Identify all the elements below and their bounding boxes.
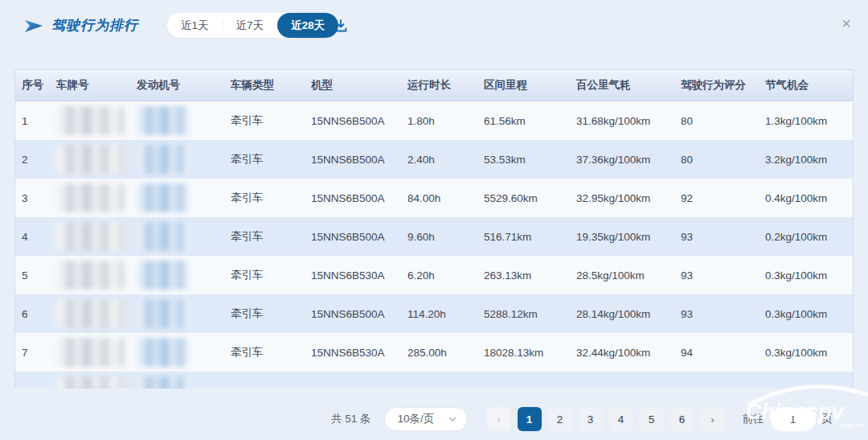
goto-page-input[interactable] [771,408,816,431]
table-row[interactable]: 1牵引车15NNS6B500A1.80h61.56km31.68kg/100km… [15,101,853,140]
cell-vehicle_type: 牵引车 [231,113,311,128]
cell-run_hours: 1.80h [407,115,484,127]
table-row[interactable]: 2牵引车15NNS6B500A2.40h53.53km37.36kg/100km… [15,140,853,179]
cell-model: 15NNS6B530A [311,269,407,282]
next-page-button[interactable]: › [701,407,725,431]
table-body: 1牵引车15NNS6B500A1.80h61.56km31.68kg/100km… [15,101,853,389]
cell-plate [56,145,137,174]
cell-gas_per_100km: 19.35kg/100km [576,231,681,243]
table-row[interactable] [15,372,853,389]
ranking-table: 序号车牌号发动机号车辆类型机型运行时长区间里程百公里气耗驾驶行为评分节气机会 1… [14,69,854,389]
cell-run_hours: 84.00h [407,192,484,204]
blurred-plate [56,183,125,212]
table-row[interactable]: 5牵引车15NNS6B530A6.20h263.13km28.5kg/100km… [15,256,853,294]
blurred-engine [137,376,190,389]
blurred-engine [137,299,190,328]
column-header-vehicle_type: 车辆类型 [231,78,311,93]
cell-plate [56,338,137,367]
blurred-plate [56,338,125,367]
cell-engine [137,338,231,367]
cell-vehicle_type: 牵引车 [231,191,311,205]
cell-engine [137,145,231,174]
close-icon[interactable]: × [837,14,855,32]
cell-score: 80 [681,115,765,127]
cell-index: 6 [22,308,56,320]
table-row[interactable]: 7牵引车15NNS6B530A285.00h18028.13km32.44kg/… [15,333,853,372]
blurred-plate [56,299,125,328]
page-title: 驾驶行为排行 [51,16,138,35]
cell-vehicle_type: 牵引车 [231,268,311,282]
table-row[interactable]: 6牵引车15NNS6B500A114.20h5288.12km28.14kg/1… [15,294,853,333]
cell-engine [137,299,231,328]
page-button-5[interactable]: 5 [640,407,664,431]
cell-gas_per_100km: 28.14kg/100km [576,308,681,320]
cell-saving_chance: 3.2kg/100km [765,154,853,166]
cell-mileage: 5529.60km [484,192,576,204]
cell-engine [137,183,231,212]
column-header-score: 驾驶行为评分 [681,78,765,93]
blurred-plate [56,376,125,389]
page-button-3[interactable]: 3 [579,407,603,431]
cell-score: 93 [681,269,765,282]
driving-behavior-panel: 驾驶行为排行 近1天 近7天 近28天 × 序号车牌号发动机号车辆类型机型运行时… [0,0,868,440]
cell-saving_chance: 0.4kg/100km [765,192,853,204]
page-button-2[interactable]: 2 [548,407,572,431]
blurred-plate [56,106,125,135]
download-icon[interactable] [333,18,349,34]
cell-index: 1 [22,115,56,127]
column-header-gas_per_100km: 百公里气耗 [576,78,681,93]
blurred-plate [56,145,125,174]
filter-last-7-days[interactable]: 近7天 [223,13,278,38]
table-row[interactable]: 4牵引车15NNS6B500A9.60h516.71km19.35kg/100k… [15,217,853,256]
cell-plate [56,376,137,389]
cell-mileage: 53.53km [484,154,576,166]
cell-run_hours: 6.20h [407,269,484,282]
cell-model: 15NNS6B500A [311,192,407,204]
cell-plate [56,106,137,135]
cell-index: 4 [22,231,56,243]
column-header-engine: 发动机号 [137,78,231,93]
cell-score: 93 [681,231,765,243]
filter-last-28-days[interactable]: 近28天 [277,13,338,38]
cell-vehicle_type: 牵引车 [231,306,311,321]
cell-mileage: 61.56km [484,115,576,127]
cell-run_hours: 2.40h [407,154,484,166]
cell-mileage: 516.71km [484,231,576,243]
cell-run_hours: 9.60h [407,231,484,243]
page-buttons: 123456 [518,407,694,431]
pagination: 共 51 条 10条/页 ‹ 123456 › 前往 页 [0,405,868,433]
cell-index: 2 [22,154,56,166]
column-header-saving_chance: 节气机会 [765,78,853,93]
total-count: 共 51 条 [331,412,371,426]
cell-engine [137,376,231,389]
cell-model: 15NNS6B530A [311,347,407,359]
page-size-select[interactable]: 10条/页 [384,407,468,431]
cell-mileage: 18028.13km [484,347,576,359]
cell-model: 15NNS6B500A [311,308,407,320]
cell-score: 92 [681,192,765,204]
prev-page-button[interactable]: ‹ [487,407,511,431]
table-header-row: 序号车牌号发动机号车辆类型机型运行时长区间里程百公里气耗驾驶行为评分节气机会 [15,70,853,101]
goto-suffix: 页 [822,412,833,426]
cell-engine [137,222,231,251]
filter-last-1-day[interactable]: 近1天 [167,13,223,38]
cell-plate [56,299,137,328]
blurred-plate [56,261,125,290]
panel-header: 驾驶行为排行 近1天 近7天 近28天 × [0,0,868,51]
time-filter-group: 近1天 近7天 近28天 [167,13,338,38]
play-arrow-icon [24,18,43,34]
goto-label: 前往 [743,412,764,426]
page-button-6[interactable]: 6 [670,407,694,431]
blurred-engine [137,145,190,174]
table-row[interactable]: 3牵引车15NNS6B500A84.00h5529.60km32.95kg/10… [15,179,853,217]
cell-saving_chance: 0.3kg/100km [765,308,853,320]
cell-model: 15NNS6B500A [311,115,407,127]
column-header-mileage: 区间里程 [484,78,576,93]
cell-saving_chance: 0.3kg/100km [765,269,853,282]
cell-saving_chance: 0.3kg/100km [765,347,853,359]
page-button-4[interactable]: 4 [609,407,633,431]
page-button-1[interactable]: 1 [518,407,542,431]
page-size-value: 10条/页 [398,412,435,426]
blurred-engine [137,338,190,367]
cell-engine [137,106,231,135]
